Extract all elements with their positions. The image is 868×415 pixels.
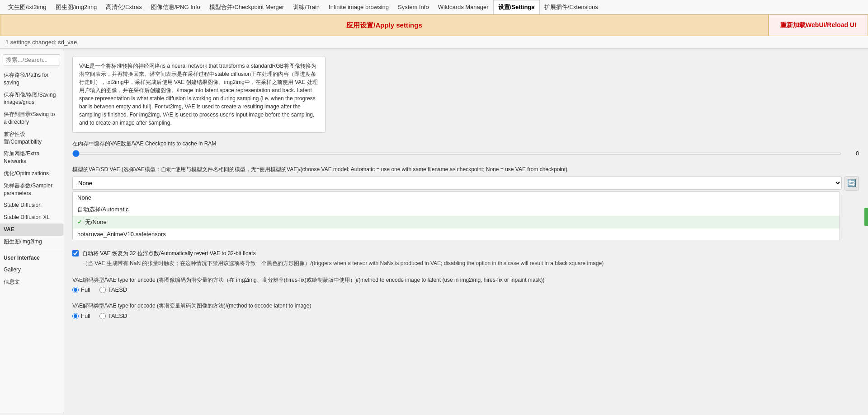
nav-wildcards[interactable]: Wildcards Manager [434,1,493,13]
sidebar-item-paths[interactable]: 保存路径/Paths for saving [0,69,63,89]
checkmark-icon: ✓ [77,219,82,225]
encode-taesd-label: TAESD [108,286,127,293]
auto-revert-section: 自动将 VAE 恢复为 32 位浮点数/Automatically revert… [72,249,859,267]
sidebar-item-sampler-params[interactable]: 采样器参数/Sampler parameters [0,180,63,200]
content-area: VAE是一个将标准转换的神经网络/is a neural network tha… [63,49,868,413]
nav-txt2img[interactable]: 文生图/txt2img [4,0,51,14]
sidebar-item-stable-diffusion-xl[interactable]: Stable Diffusion XL [0,211,63,224]
vae-description-text: VAE是一个将标准转换的神经网络/is a neural network tha… [79,63,318,126]
sidebar-item-compatibility[interactable]: 兼容性设置/Compatibility [0,128,63,148]
nav-checkpoint-merger[interactable]: 模型合并/Checkpoint Merger [205,0,288,14]
vae-decode-section: VAE解码类型/VAE type for decode (将潜变量解码为图像的方… [72,302,859,319]
vae-dropdown-row: None 自动选择/Automatic 无/None hotaruvae_Ani… [72,176,859,191]
reload-ui-button[interactable]: 重新加载WebUI/Reload UI [769,14,868,36]
option-wu-none-label: 无/None [85,218,107,226]
nav-extensions[interactable]: 扩展插件/Extensions [540,0,603,14]
nav-img2img[interactable]: 图生图/img2img [51,0,102,14]
sidebar-item-gallery[interactable]: Gallery [0,264,63,276]
option-hotaruvae-label: hotaruvae_AnimeV10.safetensors [77,231,166,238]
nav-png-info[interactable]: 图像信息/PNG Info [146,0,205,14]
apply-settings-button[interactable]: 应用设置/Apply settings [0,14,769,36]
sidebar-item-saving-directory[interactable]: 保存到目录/Saving to a directory [0,108,63,128]
vae-description-box: VAE是一个将标准转换的神经网络/is a neural network tha… [72,56,326,133]
decode-taesd-label: TAESD [108,312,127,319]
dropdown-option-hotaruvae[interactable]: hotaruvae_AnimeV10.safetensors [73,228,840,240]
nav-infinite-browsing[interactable]: Infinite image browsing [324,1,393,13]
sidebar-item-infotext[interactable]: 信息文 [0,276,63,288]
sidebar: 保存路径/Paths for saving 保存图像/格图/Saving ima… [0,49,63,413]
auto-revert-checkbox[interactable] [72,250,79,256]
vae-encode-section: VAE编码类型/VAE type for encode (将图像编码为潜变量的方… [72,276,859,294]
main-layout: 保存路径/Paths for saving 保存图像/格图/Saving ima… [0,49,868,413]
option-automatic-label: 自动选择/Automatic [77,205,128,214]
nav-settings[interactable]: 设置/Settings [493,0,540,14]
decode-taesd-option[interactable]: TAESD [99,312,127,319]
action-bar: 应用设置/Apply settings 重新加载WebUI/Reload UI [0,14,868,36]
status-text: 1 settings changed: sd_vae. [5,39,79,46]
vae-model-section: 模型的VAE/SD VAE (选择VAE模型：自动=使用与模型文件名相同的模型，… [72,166,859,240]
dropdown-option-automatic[interactable]: 自动选择/Automatic [73,203,840,216]
slider-row: 0 [72,150,859,157]
auto-revert-checkbox-row: 自动将 VAE 恢复为 32 位浮点数/Automatically revert… [72,249,859,257]
encode-full-radio[interactable] [72,287,79,293]
auto-revert-desc: （当 VAE 生成带有 NaN 的张量时触发；在这种情况下禁用该选项将导致一个黑… [82,259,859,267]
vae-encode-radio-group: Full TAESD [72,286,859,293]
vae-model-select[interactable]: None 自动选择/Automatic 无/None hotaruvae_Ani… [72,177,842,190]
encode-taesd-radio[interactable] [99,287,106,293]
encode-taesd-option[interactable]: TAESD [99,286,127,293]
decode-taesd-radio[interactable] [99,313,106,319]
encode-full-label: Full [81,286,90,293]
decode-full-option[interactable]: Full [72,312,90,319]
scroll-indicator [864,208,868,226]
sidebar-item-saving-images[interactable]: 保存图像/格图/Saving images/grids [0,89,63,109]
vae-checkpoint-cache-label: 在内存中缓存的VAE数量/VAE Checkpoints to cache in… [72,140,859,148]
vae-dropdown-options: None 自动选择/Automatic ✓ 无/None hotaruvae_A… [72,191,840,240]
nav-extras[interactable]: 高清化/Extras [101,0,146,14]
sidebar-item-optimizations[interactable]: 优化/Optimizations [0,168,63,180]
top-navigation: 文生图/txt2img 图生图/img2img 高清化/Extras 图像信息/… [0,0,868,14]
option-none-label: None [77,194,91,201]
vae-checkpoint-value: 0 [845,150,859,157]
vae-model-label: 模型的VAE/SD VAE (选择VAE模型：自动=使用与模型文件名相同的模型，… [72,166,859,173]
vae-decode-label: VAE解码类型/VAE type for decode (将潜变量解码为图像的方… [72,302,859,310]
decode-full-label: Full [81,312,90,319]
vae-encode-label: VAE编码类型/VAE type for encode (将图像编码为潜变量的方… [72,276,859,284]
sidebar-item-vae[interactable]: VAE [0,224,63,236]
dropdown-option-none[interactable]: None [73,192,840,203]
sidebar-item-img2img[interactable]: 图生图/img2img [0,236,63,248]
search-input[interactable] [3,54,60,65]
sidebar-item-stable-diffusion[interactable]: Stable Diffusion [0,199,63,211]
refresh-icon: 🔄 [847,179,856,187]
nav-train[interactable]: 训练/Train [288,0,324,14]
encode-full-option[interactable]: Full [72,286,90,293]
dropdown-option-wu-none[interactable]: ✓ 无/None [73,216,840,228]
decode-full-radio[interactable] [72,313,79,319]
vae-decode-radio-group: Full TAESD [72,312,859,319]
status-bar: 1 settings changed: sd_vae. [0,36,868,49]
sidebar-divider [0,250,63,250]
sidebar-item-extra-networks[interactable]: 附加网络/Extra Networks [0,148,63,168]
vae-checkpoint-slider[interactable] [72,153,842,154]
vae-checkpoint-cache-section: 在内存中缓存的VAE数量/VAE Checkpoints to cache in… [72,140,859,157]
nav-system-info[interactable]: System Info [393,1,434,13]
sidebar-item-user-interface[interactable]: User Interface [0,252,63,264]
auto-revert-label: 自动将 VAE 恢复为 32 位浮点数/Automatically revert… [82,249,859,257]
vae-refresh-button[interactable]: 🔄 [844,176,859,191]
